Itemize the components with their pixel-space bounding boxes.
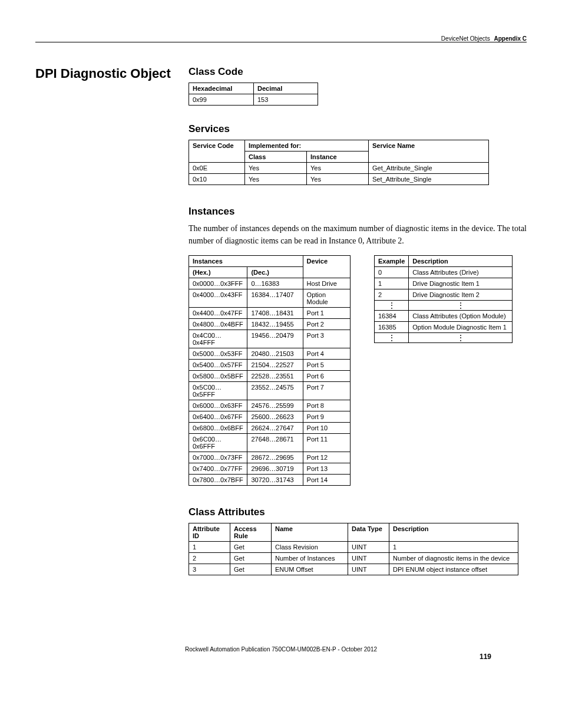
footer-publication: Rockwell Automation Publication 750COM-U… — [35, 646, 527, 653]
table-row: 0x4400…0x47FF17408…18431Port 1 — [189, 308, 351, 319]
page-number: 119 — [480, 653, 491, 661]
col-service-code: Service Code — [189, 140, 245, 163]
services-table: Service Code Implemented for: Service Na… — [189, 140, 489, 185]
col-implemented-for: Implemented for: — [245, 140, 369, 151]
col-service-name: Service Name — [369, 140, 489, 163]
class-attributes-heading: Class Attributes — [189, 506, 527, 518]
table-row: ⋮⋮ — [375, 301, 513, 311]
col-hex: (Hex.) — [189, 267, 247, 278]
table-row: ⋮⋮ — [375, 333, 513, 343]
class-code-col-hex: Hexadecimal — [189, 83, 254, 94]
table-row: 0x5C00…0x5FFF23552…24575Port 7 — [189, 382, 351, 400]
table-row: 0x4800…0x4BFF18432…19455Port 2 — [189, 319, 351, 330]
table-row: 0x6400…0x67FF25600…26623Port 9 — [189, 411, 351, 423]
table-row: 0x4000…0x43FF16384…17407Option Module — [189, 289, 351, 308]
col-data-type: Data Type — [348, 523, 389, 542]
table-row: 0x4C00…0x4FFF19456…20479Port 3 — [189, 330, 351, 348]
col-attr-id: Attribute ID — [189, 523, 230, 542]
col-instance: Instance — [307, 151, 369, 163]
table-row: 0x5400…0x57FF21504…22527Port 5 — [189, 360, 351, 371]
table-row: 2Drive Diagnostic Item 2 — [375, 289, 513, 301]
col-name: Name — [272, 523, 348, 542]
table-row: 0x6000…0x63FF24576…25599Port 8 — [189, 400, 351, 411]
col-dec: (Dec.) — [247, 267, 303, 278]
table-row: 0x99 153 — [189, 94, 318, 106]
instances-heading: Instances — [189, 206, 527, 218]
col-example: Example — [375, 256, 409, 267]
table-row: 0x0000…0x3FFF0…16383Host Drive — [189, 278, 351, 289]
example-table: Example Description 0Class Attributes (D… — [374, 255, 513, 343]
page-title: DPI Diagnostic Object — [35, 66, 171, 81]
col-class: Class — [245, 151, 307, 163]
table-row: 0x6C00…0x6FFF27648…28671Port 11 — [189, 434, 351, 452]
table-row: 0x5800…0x5BFF22528…23551Port 6 — [189, 371, 351, 382]
table-row: 0x6800…0x6BFF26624…27647Port 10 — [189, 423, 351, 434]
table-row: 0x7000…0x73FF28672…29695Port 12 — [189, 452, 351, 463]
col-description: Description — [389, 523, 518, 542]
instances-body-text: The number of instances depends on the m… — [189, 222, 527, 247]
col-instances: Instances — [189, 256, 303, 267]
instances-table: Instances Device (Hex.) (Dec.) 0x0000…0x… — [189, 255, 351, 486]
table-row: 3GetENUM OffsetUINTDPI ENUM object insta… — [189, 564, 518, 575]
col-access-rule: Access Rule — [230, 523, 272, 542]
page-header: DeviceNet Objects Appendix C — [35, 35, 527, 42]
table-row: 1GetClass RevisionUINT1 — [189, 542, 518, 553]
table-row: 0Class Attributes (Drive) — [375, 267, 513, 278]
table-row: 16385Option Module Diagnostic Item 1 — [375, 322, 513, 333]
table-row: 0x0EYesYesGet_Attribute_Single — [189, 163, 489, 174]
table-row: 0x7800…0x7BFF30720…31743Port 14 — [189, 475, 351, 486]
table-row: 1Drive Diagnostic Item 1 — [375, 278, 513, 289]
class-attributes-table: Attribute ID Access Rule Name Data Type … — [189, 523, 518, 575]
table-row: 0x10YesYesSet_Attribute_Single — [189, 174, 489, 185]
table-row: 0x7400…0x77FF29696…30719Port 13 — [189, 463, 351, 475]
table-row: 2GetNumber of InstancesUINTNumber of dia… — [189, 553, 518, 564]
doc-section-label: DeviceNet Objects — [441, 35, 490, 42]
table-row: 16384Class Attributes (Option Module) — [375, 311, 513, 322]
col-description: Description — [409, 256, 513, 267]
class-code-col-dec: Decimal — [254, 83, 318, 94]
class-code-table: Hexadecimal Decimal 0x99 153 — [189, 83, 318, 106]
appendix-label: Appendix C — [494, 35, 527, 42]
class-code-heading: Class Code — [189, 66, 527, 78]
table-row: 0x5000…0x53FF20480…21503Port 4 — [189, 348, 351, 360]
col-device: Device — [303, 256, 350, 278]
services-heading: Services — [189, 123, 527, 135]
